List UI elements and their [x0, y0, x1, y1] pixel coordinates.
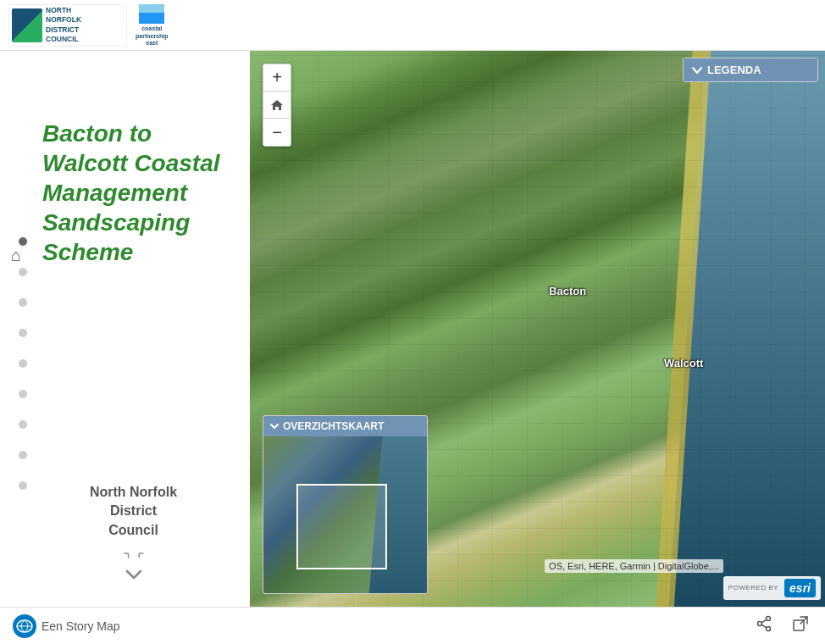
- zoom-out-button[interactable]: −: [263, 119, 291, 146]
- esri-icon: [16, 619, 33, 633]
- esri-circle-logo: [13, 614, 36, 638]
- nav-dot-5[interactable]: [19, 359, 27, 368]
- svg-point-4: [767, 627, 771, 631]
- external-link-icon: [792, 615, 809, 632]
- zoom-controls: + −: [263, 64, 291, 147]
- bottom-bar-right: [752, 612, 812, 640]
- svg-point-2: [767, 617, 771, 621]
- external-link-button[interactable]: [789, 612, 812, 640]
- logo-box: NORTH NORFOLK DISTRICT COUNCIL coastalpa…: [8, 4, 193, 47]
- story-map-label: Een Story Map: [42, 619, 120, 633]
- home-button[interactable]: [263, 92, 291, 119]
- bottom-bar: Een Story Map: [0, 607, 825, 644]
- svg-line-6: [761, 625, 766, 628]
- legenda-chevron-icon: [692, 66, 702, 75]
- overview-satellite: [263, 436, 428, 593]
- sidebar-title: Bacton to Walcott Coastal Management San…: [42, 119, 224, 267]
- esri-bottom-logo: Een Story Map: [13, 614, 120, 638]
- overview-map: [263, 436, 428, 593]
- nav-dot-9[interactable]: [19, 481, 27, 490]
- app-container: NORTH NORFOLK DISTRICT COUNCIL coastalpa…: [0, 0, 825, 644]
- nav-dot-3[interactable]: [19, 298, 27, 307]
- overview-viewport: [296, 484, 387, 570]
- home-icon: [270, 98, 284, 112]
- sidebar-footer: North Norfolk District Council › ‹: [42, 483, 224, 590]
- legenda-panel: LEGENDA: [683, 58, 818, 82]
- chevron-down-container: › ‹: [42, 544, 224, 564]
- coastal-logo: coastalpartnershipeast: [134, 4, 193, 47]
- nav-dot-1[interactable]: [19, 237, 27, 246]
- powered-by-text: POWERED BY: [728, 585, 778, 592]
- esri-map-logo: esri: [789, 581, 811, 595]
- coastal-icon: [139, 4, 164, 25]
- svg-point-3: [758, 622, 762, 626]
- nav-dot-7[interactable]: [19, 420, 27, 429]
- legenda-header[interactable]: LEGENDA: [684, 58, 817, 81]
- overview-panel: OVERZICHTSKAART: [263, 415, 428, 594]
- scroll-down-icon: [124, 568, 144, 581]
- nav-dot-2[interactable]: [19, 268, 27, 276]
- legenda-label: LEGENDA: [707, 64, 761, 76]
- scroll-down-indicator[interactable]: [42, 568, 224, 581]
- share-button[interactable]: [752, 612, 776, 640]
- sidebar-nav-dots: [19, 237, 27, 490]
- coastal-logo-text: coastalpartnershipeast: [136, 25, 169, 46]
- org-line1: North Norfolk: [42, 483, 224, 502]
- sidebar: ⌂ Bacton to Walcott Coastal Management S…: [0, 51, 250, 607]
- share-icon: [756, 615, 772, 632]
- map-attribution: OS, Esri, HERE, Garmin | DigitalGlobe,..…: [545, 559, 723, 573]
- overview-header[interactable]: OVERZICHTSKAART: [263, 416, 427, 436]
- north-norfolk-logo: NORTH NORFOLK DISTRICT COUNCIL: [8, 4, 127, 47]
- nav-dot-4[interactable]: [19, 329, 27, 337]
- chevron-right-icon: ‹: [131, 545, 149, 563]
- overview-label: OVERZICHTSKAART: [283, 420, 384, 432]
- org-line2: District: [42, 502, 224, 520]
- sidebar-content: Bacton to Walcott Coastal Management San…: [0, 51, 250, 607]
- svg-line-5: [761, 619, 766, 623]
- nav-dot-8[interactable]: [19, 451, 27, 459]
- main-content: ⌂ Bacton to Walcott Coastal Management S…: [0, 51, 825, 607]
- nn-logo-icon: [12, 8, 42, 42]
- overview-chevron-icon: [270, 423, 279, 430]
- esri-logo-area: POWERED BY esri: [723, 576, 821, 600]
- zoom-in-button[interactable]: +: [263, 64, 291, 92]
- map-area[interactable]: Bacton Walcott + − LEGEN: [250, 51, 825, 607]
- nav-dot-6[interactable]: [19, 390, 27, 398]
- header-bar: NORTH NORFOLK DISTRICT COUNCIL coastalpa…: [0, 0, 825, 51]
- sidebar-org: North Norfolk District Council: [42, 483, 224, 540]
- org-line3: Council: [42, 521, 224, 540]
- nn-logo-text: NORTH NORFOLK DISTRICT COUNCIL: [46, 6, 81, 43]
